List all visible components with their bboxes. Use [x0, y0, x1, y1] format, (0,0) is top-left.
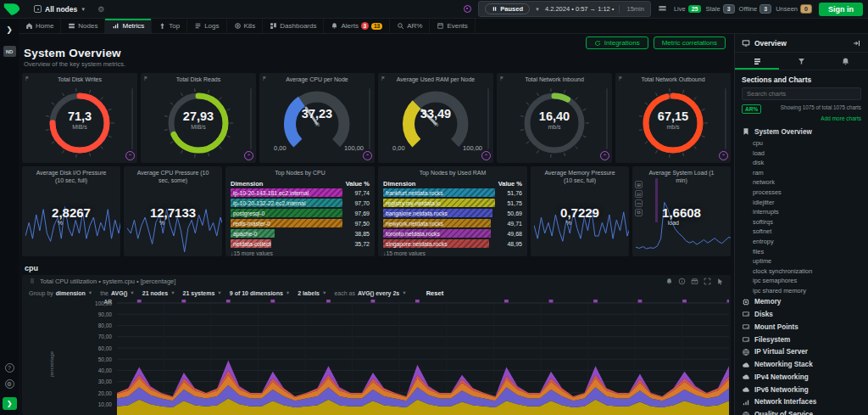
sidebar-subitem-ipc-semaphores[interactable]: ipc semaphores: [735, 276, 868, 286]
expand-sidebar-button[interactable]: ❯: [3, 397, 17, 410]
sidebar-subitem-ram[interactable]: ram: [735, 168, 868, 178]
sidebar-subitem-processes[interactable]: processes: [735, 188, 868, 198]
node-state-unseen[interactable]: Unseen0: [776, 4, 812, 14]
alerts-bell-icon[interactable]: [665, 278, 673, 285]
sidebar-section-ip-virtual-server[interactable]: IP Virtual Server: [735, 345, 868, 358]
anomaly-rail[interactable]: [369, 88, 370, 149]
sidebar-subitem-cpu[interactable]: cpu: [735, 138, 868, 149]
tab-top[interactable]: Top: [152, 19, 187, 33]
table-row[interactable]: newyork.netdata.rocks 49,71: [383, 219, 522, 228]
anomaly-rail[interactable]: [487, 88, 489, 149]
gear-icon[interactable]: ⚙: [97, 5, 104, 14]
top-nodes-table[interactable]: Top Nodes by Used RAM DimensionValue % f…: [378, 166, 527, 256]
chart-search[interactable]: [742, 87, 861, 100]
sidebar-section-mount-points[interactable]: Mount Points: [735, 321, 868, 334]
sidebar-section-memory[interactable]: Memory: [735, 295, 868, 308]
tab-k8s[interactable]: K8s: [227, 19, 264, 33]
sidebar-section-system-overview[interactable]: System Overview: [735, 126, 868, 138]
groupby-dropdown[interactable]: 9 of 10 dimensions▼: [230, 290, 290, 296]
pointer-icon[interactable]: [716, 278, 724, 285]
search-input[interactable]: [747, 90, 856, 98]
table-row[interactable]: bangalore.netdata.rocks 50,69: [383, 209, 522, 218]
more-values-link[interactable]: ↓15 more values: [383, 250, 522, 256]
node-state-live[interactable]: Live25: [674, 5, 702, 13]
gauge-card-3[interactable]: Average Used RAM per Node 33,49 % 0,00 1…: [378, 73, 493, 163]
sidebar-section-networking-stack[interactable]: Networking Stack: [735, 358, 868, 371]
sidebar-subitem-clock-synchronization[interactable]: clock synchronization: [735, 266, 868, 277]
add-more-charts-link[interactable]: Add more charts: [735, 114, 868, 123]
reset-button[interactable]: Reset: [426, 289, 443, 297]
sidebar-subitem-entropy[interactable]: entropy: [735, 237, 868, 247]
pressure-card[interactable]: Average System Load (1 min) ⊞ ⊟ ▭ ⧉ 1,66…: [632, 166, 731, 256]
sidebar-section-ipv4-networking[interactable]: IPv4 Networking: [735, 371, 868, 384]
sidebar-section-quality-of-service[interactable]: Quality of Service: [735, 408, 868, 415]
sidebar-section-ipv6-networking[interactable]: IPv6 Networking: [735, 384, 868, 396]
sidebar-subitem-ipc-shared-memory[interactable]: ipc shared memory: [735, 286, 868, 296]
ar-badge[interactable]: AR%: [742, 104, 761, 114]
tab-ar-[interactable]: AR%: [390, 19, 430, 33]
gauge-card-0[interactable]: Total Disk Writes 71,3 MiB/s ⌃: [22, 73, 137, 163]
pressure-card[interactable]: Average Memory Pressure (10 sec, full) 0…: [531, 166, 629, 256]
sidebar-subitem-network[interactable]: network: [735, 177, 868, 188]
gauge-card-5[interactable]: Total Network Outbound 67,15 mb/s ⌃: [615, 73, 731, 163]
groupby-dropdown[interactable]: 21 nodes▼: [142, 290, 175, 296]
anomaly-badge[interactable]: ⌃: [600, 151, 609, 160]
cpu-stacked-area-chart[interactable]: [117, 300, 729, 415]
anomaly-rail[interactable]: [131, 88, 133, 149]
anomaly-badge[interactable]: ⌃: [244, 151, 253, 160]
gauge-card-2[interactable]: Average CPU per Node 37,23 % 0,00 100,00…: [259, 73, 375, 163]
tab-events[interactable]: Events: [430, 19, 475, 33]
anomaly-badge[interactable]: ⌃: [481, 151, 491, 160]
gauge-card-4[interactable]: Total Network Inbound 16,40 mb/s ⌃: [497, 73, 612, 163]
sidebar-section-filesystem[interactable]: Filesystem: [735, 334, 868, 346]
sidebar-subitem-disk[interactable]: disk: [735, 158, 868, 168]
gauge-card-1[interactable]: Total Disk Reads 27,93 MiB/s ⌃: [141, 73, 256, 163]
sign-in-button[interactable]: Sign in: [819, 3, 863, 16]
drawer-icon[interactable]: [691, 278, 698, 285]
time-control[interactable]: Paused ▼ 4.2.2024 • 0:57 → 1:12 • 15min: [478, 1, 651, 17]
anomaly-flag-icon[interactable]: [618, 76, 624, 81]
node-state-stale[interactable]: Stale3: [705, 4, 734, 14]
table-row[interactable]: netdata-collectors-0 35,72: [231, 239, 370, 249]
table-row[interactable]: registry.my-netdata.io 51,75: [383, 199, 522, 208]
tab-metrics[interactable]: Metrics: [105, 19, 152, 33]
tab-alerts[interactable]: [824, 53, 868, 70]
tab-logs[interactable]: Logs: [187, 19, 226, 33]
anomaly-flag-icon[interactable]: [499, 76, 505, 81]
sidebar-subitem-load[interactable]: load: [735, 148, 868, 158]
anomaly-rail[interactable]: [725, 88, 726, 149]
pressure-card[interactable]: Average Disk I/O Pressure (10 sec, full)…: [22, 166, 120, 256]
collapse-sidebar-icon[interactable]: [853, 39, 861, 48]
groupby-dropdown[interactable]: Group bydimension▼: [29, 290, 92, 296]
tab-sections[interactable]: [735, 53, 779, 70]
anomaly-flag-icon[interactable]: [25, 76, 31, 81]
node-state-filter-icon[interactable]: [658, 4, 667, 14]
sidebar-subitem-uptime[interactable]: uptime: [735, 256, 868, 266]
groupby-dropdown[interactable]: 2 labels▼: [298, 290, 326, 296]
anomaly-flag-icon[interactable]: [262, 76, 268, 81]
table-row[interactable]: ip-10-20-132-22.ec2.internal 97,70: [231, 199, 370, 208]
settings-icon[interactable]: ⚙: [5, 379, 14, 389]
integrations-button[interactable]: Integrations: [586, 36, 648, 49]
table-row[interactable]: singapore.netdata.rocks 48,95: [383, 239, 522, 249]
node-selector[interactable]: All nodes ▼ ⚙: [34, 5, 104, 14]
table-row[interactable]: redis-master-0 97,50: [231, 219, 370, 228]
anomaly-rail[interactable]: [606, 88, 608, 149]
table-row[interactable]: toronto.netdata.rocks 49,68: [383, 229, 522, 238]
groupby-dropdown[interactable]: each asAVG() every 2s▼: [334, 290, 406, 296]
sidebar-subitem-idlejitter[interactable]: idlejitter: [735, 197, 868, 207]
table-row[interactable]: apache-0 38,85: [231, 229, 370, 238]
tab-dashboards[interactable]: Dashboards: [263, 19, 324, 33]
groupby-dropdown[interactable]: theAVG()▼: [100, 290, 135, 296]
sidebar-subitem-softirqs[interactable]: softirqs: [735, 217, 868, 227]
sidebar-section-network-interfaces[interactable]: Network Interfaces: [735, 396, 868, 409]
annotation-icon[interactable]: ⊟: [635, 190, 643, 198]
top-nodes-table[interactable]: Top Nodes by CPU DimensionValue % ip-10-…: [225, 166, 375, 256]
table-row[interactable]: ip-10-20-143-181.ec2.internal 97,74: [231, 188, 370, 198]
space-avatar[interactable]: ND: [3, 46, 16, 57]
node-state-offline[interactable]: Offline3: [739, 4, 772, 14]
pause-toggle[interactable]: Paused: [485, 3, 530, 14]
tab-alerts[interactable]: Alerts313: [324, 19, 390, 33]
groupby-dropdown[interactable]: 21 systems▼: [183, 290, 222, 296]
sidebar-subitem-interrupts[interactable]: interrupts: [735, 207, 868, 217]
